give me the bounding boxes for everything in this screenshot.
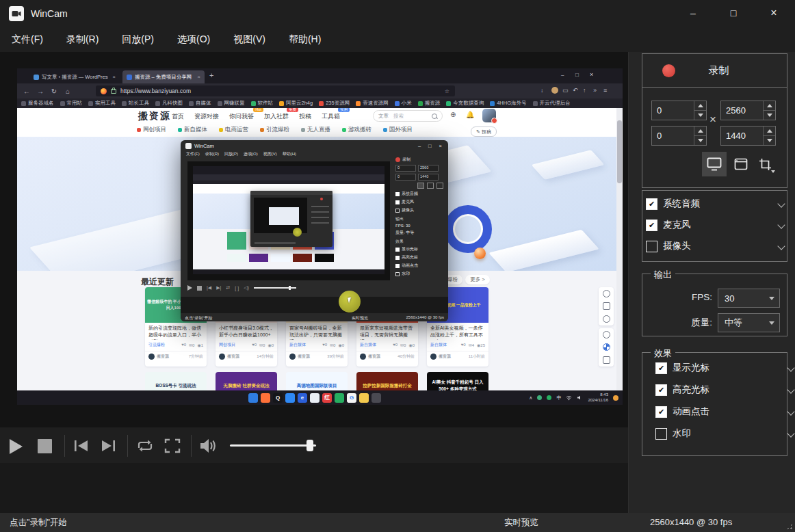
chevron-down-icon[interactable]: [787, 408, 794, 415]
post-tag[interactable]: 网创项目: [219, 342, 235, 348]
post-card[interactable]: 拉萨拉新国际服搬砖打金: [356, 372, 418, 390]
spin-up-icon[interactable]: [694, 101, 706, 110]
nested-mode-crop-icon[interactable]: [436, 183, 443, 189]
profile-icon[interactable]: [603, 290, 610, 297]
menu-item[interactable]: 回放(P): [110, 29, 166, 50]
taskbar-app-icon[interactable]: Q: [273, 393, 283, 403]
page-scrollbar[interactable]: [616, 108, 623, 390]
nested-source-row[interactable]: 摄像头: [395, 207, 443, 213]
post-card[interactable]: 无脑搬砖 社群资金玩法: [216, 372, 277, 390]
source-row[interactable]: ✔ 摄像头: [642, 238, 787, 254]
nested-checkbox[interactable]: [395, 209, 400, 213]
loop-button[interactable]: [135, 438, 155, 456]
close-browser-icon[interactable]: ×: [590, 71, 593, 78]
bookmark-item[interactable]: 自媒体: [189, 100, 211, 107]
post-card[interactable]: 高德地图国际版项目: [286, 372, 348, 390]
nested-skip-end-icon[interactable]: ▶|: [216, 285, 221, 291]
scrollbar-thumb[interactable]: [617, 120, 622, 183]
nested-menu-item[interactable]: 回放(P): [224, 151, 238, 160]
nested-checkbox[interactable]: [395, 248, 400, 252]
bookmark-item[interactable]: 235资源网: [319, 100, 350, 107]
nested-region-h[interactable]: 1440: [418, 174, 439, 181]
nested-checkbox[interactable]: [395, 264, 400, 268]
subnav-item[interactable]: 国外项目: [383, 126, 413, 134]
nested-menu-item[interactable]: 帮助(H): [283, 151, 296, 160]
volume-button[interactable]: [198, 437, 219, 457]
quality-select[interactable]: 中等: [718, 313, 780, 332]
site-logo[interactable]: 搬资源: [138, 110, 171, 122]
menu-item[interactable]: 选项(O): [166, 29, 222, 50]
nested-fullscreen-icon[interactable]: [ ]: [235, 286, 239, 291]
post-tag[interactable]: 新自媒体: [360, 342, 376, 348]
wifi-icon[interactable]: [566, 395, 572, 401]
screenshot-tool-icon[interactable]: ▭: [562, 87, 569, 94]
tray-caret-icon[interactable]: ∧: [529, 395, 532, 401]
region-y-input[interactable]: 0: [651, 126, 707, 146]
support-icon[interactable]: [603, 331, 610, 338]
source-row[interactable]: ✔ 麦克风: [642, 217, 787, 233]
menu-item[interactable]: 录制(R): [55, 29, 110, 50]
minimize-button[interactable]: –: [677, 0, 709, 26]
maximize-browser-icon[interactable]: □: [575, 72, 579, 78]
more-pill[interactable]: 更多 >: [465, 275, 490, 284]
nested-maximize-button[interactable]: □: [428, 143, 432, 149]
overflow-icon[interactable]: »: [593, 87, 597, 94]
nested-effect-row[interactable]: 水印: [395, 271, 443, 277]
post-card[interactable]: AI美女 抖音千粉起号 日入500+ 多种变现方式: [427, 372, 488, 390]
bookmark-item[interactable]: 开云代理后台: [533, 100, 571, 107]
mode-fullscreen-button[interactable]: [702, 152, 727, 176]
taskbar-app-icon[interactable]: [285, 393, 295, 403]
tray-notification-icon[interactable]: [613, 395, 618, 401]
shop-icon[interactable]: [603, 302, 610, 310]
taskbar-app-icon[interactable]: G: [347, 393, 356, 403]
region-height-input[interactable]: 1440: [720, 126, 776, 146]
taskbar-app-icon[interactable]: [335, 393, 344, 403]
taskbar-app-icon[interactable]: 红: [322, 393, 332, 403]
nested-source-row[interactable]: 麦克风: [395, 199, 443, 205]
tab-close-icon[interactable]: ×: [197, 74, 200, 80]
effect-row[interactable]: ✔ 水印: [652, 425, 795, 442]
bookmark-item[interactable]: 凡科快图: [155, 100, 183, 107]
checkbox[interactable]: ✔: [646, 220, 657, 231]
stop-button[interactable]: [38, 439, 52, 453]
fullscreen-button[interactable]: [164, 438, 181, 456]
apps-grid-icon[interactable]: [603, 344, 610, 350]
nested-volume-icon[interactable]: ◁): [244, 285, 249, 291]
undo-icon[interactable]: ↶: [573, 87, 578, 94]
post-tag[interactable]: 新自媒体: [289, 342, 306, 348]
nested-mode-screen-icon[interactable]: [417, 183, 424, 189]
nested-effect-row[interactable]: 动画点击: [395, 263, 443, 269]
notification-bell-icon[interactable]: 🔔: [466, 111, 474, 118]
submit-post-button[interactable]: ✎ 投稿: [471, 127, 497, 137]
bookmark-item[interactable]: 站长工具: [122, 100, 149, 107]
region-x-input[interactable]: 0: [651, 101, 707, 120]
site-nav-item[interactable]: 首页: [172, 112, 184, 121]
menu-item[interactable]: 视图(V): [222, 29, 277, 50]
nested-menu-item[interactable]: 文件(F): [186, 151, 200, 160]
nested-skip-start-icon[interactable]: |◀: [207, 285, 211, 291]
forward-icon[interactable]: →: [34, 88, 47, 95]
nested-effect-row[interactable]: 高亮光标: [395, 254, 443, 261]
nested-play-icon[interactable]: [187, 285, 192, 291]
checkbox[interactable]: ✔: [646, 241, 657, 252]
nested-fps[interactable]: FPS: 30: [395, 224, 443, 228]
site-nav-item[interactable]: 投稿: [299, 112, 311, 121]
play-button[interactable]: [10, 439, 23, 454]
menu-item[interactable]: 帮助(H): [277, 29, 333, 50]
post-tag[interactable]: 新自媒体: [430, 342, 447, 348]
maximize-button[interactable]: □: [718, 0, 749, 26]
tray-language-indicator[interactable]: 中: [556, 395, 561, 401]
region-width-input[interactable]: 2560: [720, 101, 776, 120]
browser-avatar[interactable]: [551, 87, 558, 94]
effect-row[interactable]: ✔ 高亮光标: [652, 382, 795, 398]
resize-grip[interactable]: [786, 523, 793, 530]
nested-quality[interactable]: 质量: 中等: [395, 230, 443, 236]
spin-down-icon[interactable]: [764, 135, 775, 145]
checkbox[interactable]: ✔: [655, 384, 667, 396]
spin-down-icon[interactable]: [694, 135, 706, 145]
post-tag[interactable]: 引流爆粉: [148, 342, 165, 348]
nested-loop-icon[interactable]: ⇄: [226, 285, 230, 291]
share-icon[interactable]: ↑: [583, 87, 586, 94]
nested-region-w[interactable]: 2560: [418, 165, 439, 172]
tab-close-icon[interactable]: ×: [112, 74, 116, 80]
